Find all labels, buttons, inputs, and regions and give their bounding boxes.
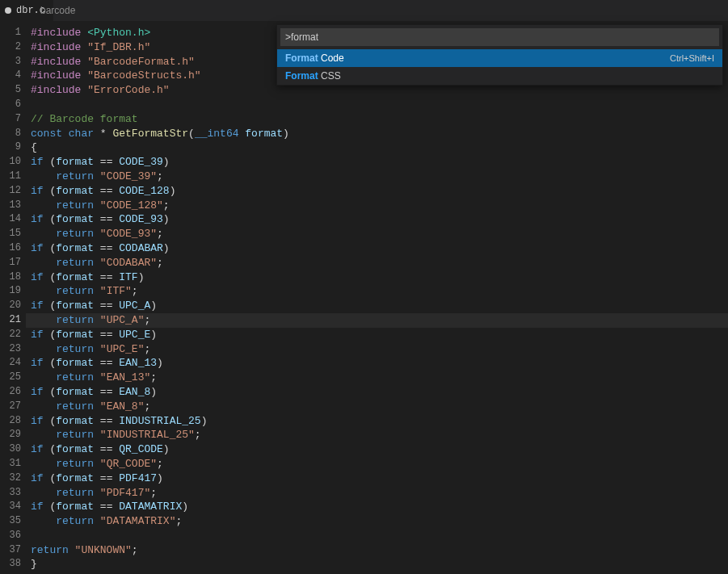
line-number: 20 <box>0 299 26 313</box>
line-number: 8 <box>0 127 26 141</box>
code-line[interactable]: if (format == UPC_E) <box>31 328 728 342</box>
code-line[interactable]: return "EAN_8"; <box>31 400 728 414</box>
line-number: 13 <box>0 199 26 213</box>
line-number: 10 <box>0 155 26 170</box>
command-palette-item-keybind: Ctrl+Shift+I <box>670 53 714 63</box>
code-line[interactable]: if (format == QR_CODE) <box>31 442 728 457</box>
command-palette-item[interactable]: Format CSS <box>277 67 722 85</box>
code-line[interactable]: // Barcode format <box>31 112 728 127</box>
code-line[interactable]: if (format == CODE_39) <box>31 155 728 170</box>
line-number: 12 <box>0 184 26 199</box>
code-line[interactable]: return "CODE_39"; <box>31 170 728 184</box>
command-palette-item-label: Format Code <box>285 52 344 64</box>
command-palette-item[interactable]: Format CodeCtrl+Shift+I <box>277 49 722 67</box>
line-number: 3 <box>0 55 26 69</box>
code-line[interactable]: return "PDF417"; <box>31 486 728 501</box>
code-line[interactable]: { <box>31 140 728 155</box>
line-number: 14 <box>0 212 26 227</box>
line-number: 17 <box>0 256 26 270</box>
command-palette: Format CodeCtrl+Shift+IFormat CSS <box>276 24 723 86</box>
line-number: 25 <box>0 371 26 385</box>
line-number-gutter: 1234567891011121314151617181920212223242… <box>0 21 26 572</box>
line-number: 1 <box>0 26 26 40</box>
line-number: 11 <box>0 170 26 184</box>
code-line[interactable]: return "CODABAR"; <box>31 256 728 270</box>
code-line[interactable]: return "UPC_E"; <box>31 342 728 357</box>
line-number: 31 <box>0 457 26 471</box>
line-number: 21 <box>0 313 26 328</box>
tab-bar: dbr.c barcode <box>0 0 728 21</box>
line-number: 9 <box>0 140 26 155</box>
code-line[interactable]: const char * GetFormatStr(__int64 format… <box>31 127 728 141</box>
code-line[interactable]: if (format == CODE_128) <box>31 184 728 199</box>
breadcrumb-segment: barcode <box>40 5 75 16</box>
dirty-indicator-icon <box>5 7 11 14</box>
line-number: 2 <box>0 40 26 55</box>
line-number: 6 <box>0 98 26 112</box>
editor[interactable]: 1234567891011121314151617181920212223242… <box>0 21 728 574</box>
line-number: 27 <box>0 400 26 414</box>
line-number: 16 <box>0 241 26 256</box>
breadcrumb[interactable]: barcode <box>40 0 75 21</box>
code-area[interactable]: #include <Python.h>#include "If_DBR.h"#i… <box>26 21 728 572</box>
line-number: 22 <box>0 328 26 342</box>
line-number: 7 <box>0 112 26 127</box>
line-number: 32 <box>0 471 26 486</box>
code-line[interactable]: } <box>31 557 728 572</box>
code-line[interactable]: return "INDUSTRIAL_25"; <box>31 428 728 442</box>
code-line[interactable]: return "UNKNOWN"; <box>31 543 728 558</box>
line-number: 18 <box>0 270 26 285</box>
line-number: 36 <box>0 529 26 543</box>
line-number: 37 <box>0 543 26 558</box>
code-line[interactable]: if (format == EAN_8) <box>31 385 728 400</box>
code-line[interactable]: return "CODE_128"; <box>31 199 728 213</box>
code-line[interactable]: if (format == UPC_A) <box>31 299 728 313</box>
code-line[interactable]: if (format == INDUSTRIAL_25) <box>31 414 728 429</box>
code-line[interactable]: if (format == PDF417) <box>31 471 728 486</box>
code-line[interactable]: if (format == DATAMATRIX) <box>31 500 728 514</box>
command-palette-input[interactable] <box>280 28 719 46</box>
code-line[interactable]: return "ITF"; <box>31 284 728 299</box>
command-palette-item-label: Format CSS <box>285 70 341 82</box>
line-number: 28 <box>0 414 26 429</box>
code-line[interactable]: return "CODE_93"; <box>31 227 728 241</box>
code-line[interactable] <box>31 98 728 112</box>
line-number: 23 <box>0 342 26 357</box>
code-line[interactable]: return "DATAMATRIX"; <box>31 514 728 529</box>
code-line[interactable]: return "QR_CODE"; <box>31 457 728 471</box>
code-line[interactable]: return "EAN_13"; <box>31 371 728 385</box>
code-line[interactable] <box>31 529 728 543</box>
line-number: 19 <box>0 284 26 299</box>
line-number: 24 <box>0 356 26 371</box>
code-line[interactable]: if (format == CODABAR) <box>31 241 728 256</box>
code-line[interactable]: return "UPC_A"; <box>26 313 728 328</box>
line-number: 26 <box>0 385 26 400</box>
line-number: 15 <box>0 227 26 241</box>
command-palette-list: Format CodeCtrl+Shift+IFormat CSS <box>277 49 722 85</box>
line-number: 30 <box>0 442 26 457</box>
line-number: 4 <box>0 69 26 83</box>
line-number: 38 <box>0 557 26 572</box>
line-number: 29 <box>0 428 26 442</box>
code-line[interactable]: if (format == EAN_13) <box>31 356 728 371</box>
code-line[interactable]: if (format == CODE_93) <box>31 212 728 227</box>
line-number: 5 <box>0 83 26 98</box>
line-number: 35 <box>0 514 26 529</box>
code-line[interactable]: if (format == ITF) <box>31 270 728 285</box>
line-number: 33 <box>0 486 26 501</box>
line-number: 34 <box>0 500 26 514</box>
